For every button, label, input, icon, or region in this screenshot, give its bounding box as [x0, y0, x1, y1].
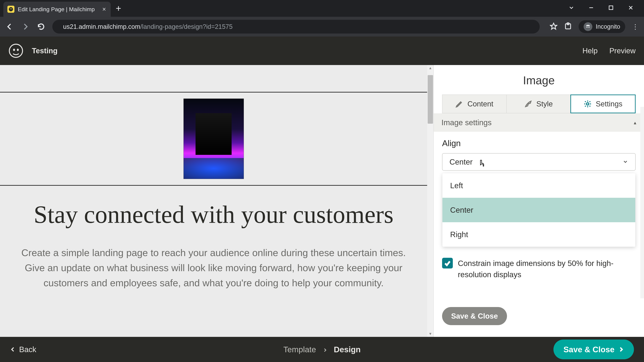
pencil-icon [455, 100, 464, 108]
collapse-caret-icon: ▴ [634, 120, 636, 125]
wizard-steps: Template Design [284, 345, 361, 354]
svg-point-1 [10, 8, 11, 9]
tab-content[interactable]: Content [442, 94, 507, 113]
svg-point-2 [11, 8, 12, 9]
incognito-icon [584, 22, 592, 31]
hero-description[interactable]: Create a simple landing page to reach yo… [0, 230, 427, 291]
svg-rect-4 [609, 6, 613, 9]
page-name: Testing [32, 46, 58, 55]
panel-tabs: Content Style Settings [434, 94, 644, 113]
image-thumbnail [184, 98, 244, 179]
svg-point-0 [9, 7, 13, 11]
retina-checkbox[interactable] [442, 258, 453, 269]
cursor-pointer-icon [478, 160, 485, 169]
gear-icon [584, 100, 592, 108]
tab-settings-label: Settings [596, 100, 622, 108]
back-label: Back [19, 345, 36, 354]
browser-tab-title: Edit Landing Page | Mailchimp [18, 6, 95, 12]
check-icon [444, 260, 451, 267]
properties-panel: Image Content Style Settings Image setti… [434, 65, 644, 337]
tab-style-label: Style [536, 100, 553, 108]
brush-icon [524, 100, 532, 108]
canvas-viewport[interactable]: Stay connected with your customers Creat… [0, 65, 427, 337]
incognito-label: Incognito [596, 23, 620, 30]
panel-title: Image [434, 65, 644, 94]
section-image-settings[interactable]: Image settings ▴ [434, 113, 644, 132]
url-text: us21.admin.mailchimp.com/landing-pages/d… [63, 23, 232, 30]
align-option-right[interactable]: Right [442, 222, 635, 247]
tab-settings[interactable]: Settings [570, 94, 636, 113]
save-close-label: Save & Close [564, 345, 614, 354]
chevron-down-icon [622, 157, 628, 166]
scroll-up-icon[interactable]: ▲ [427, 65, 434, 71]
step-design[interactable]: Design [334, 345, 360, 354]
extensions-icon[interactable] [564, 22, 572, 31]
svg-point-14 [586, 103, 589, 105]
tabs-dropdown-icon[interactable] [568, 4, 574, 12]
tab-style[interactable]: Style [507, 94, 570, 113]
bookmark-star-icon[interactable] [550, 22, 558, 31]
browser-toolbar: us21.admin.mailchimp.com/landing-pages/d… [0, 17, 644, 36]
hero-title[interactable]: Stay connected with your customers [0, 186, 427, 230]
browser-menu-icon[interactable]: ⋮ [632, 23, 639, 30]
section-label: Image settings [442, 118, 492, 127]
window-minimize-icon[interactable] [588, 4, 594, 12]
canvas: Stay connected with your customers Creat… [0, 65, 434, 337]
step-template[interactable]: Template [284, 345, 316, 354]
window-close-icon[interactable] [628, 4, 634, 12]
back-button[interactable]: Back [10, 345, 36, 354]
chevron-right-icon [618, 347, 624, 352]
help-link[interactable]: Help [582, 46, 598, 55]
incognito-indicator[interactable]: Incognito [578, 20, 625, 33]
align-select-value: Center [450, 157, 472, 166]
workspace: Stay connected with your customers Creat… [0, 65, 644, 337]
chevron-right-icon [323, 345, 327, 354]
mailchimp-logo-icon[interactable] [8, 43, 24, 58]
align-dropdown: Left Center Right [442, 173, 635, 247]
retina-checkbox-label: Constrain image dimensions by 50% for hi… [458, 258, 634, 280]
panel-save-close-button[interactable]: Save & Close [442, 307, 507, 325]
app-header: Testing Help Preview [0, 36, 644, 65]
browser-titlebar: Edit Landing Page | Mailchimp × + [0, 0, 644, 17]
reload-icon[interactable] [36, 22, 46, 31]
tab-close-icon[interactable]: × [102, 6, 106, 12]
align-field: Align Center Left Center Right [434, 132, 644, 171]
panel-footer: Save & Close [434, 297, 644, 337]
chevron-left-icon [10, 347, 16, 352]
align-option-left[interactable]: Left [442, 173, 635, 198]
forward-icon[interactable] [21, 22, 30, 31]
canvas-scrollbar[interactable]: ▲ ▼ [427, 65, 434, 337]
align-select[interactable]: Center Left Center Right [442, 153, 636, 171]
app-footer: Back Template Design Save & Close [0, 337, 644, 362]
svg-point-11 [10, 44, 23, 57]
svg-point-13 [17, 49, 19, 51]
mailchimp-favicon-icon [8, 6, 14, 13]
scrollbar-thumb[interactable] [428, 75, 433, 124]
window-controls [568, 0, 644, 17]
back-icon[interactable] [5, 22, 14, 31]
scroll-down-icon[interactable]: ▼ [427, 331, 434, 337]
save-close-button[interactable]: Save & Close [554, 340, 634, 359]
new-tab-button[interactable]: + [116, 3, 121, 14]
image-block[interactable] [0, 92, 427, 185]
svg-marker-8 [550, 23, 557, 29]
panel-scrollbar[interactable] [640, 107, 644, 298]
preview-link[interactable]: Preview [610, 46, 636, 55]
browser-tab[interactable]: Edit Landing Page | Mailchimp × [3, 2, 111, 17]
app-root: Testing Help Preview Stay connected with… [0, 36, 644, 362]
align-label: Align [442, 138, 636, 148]
address-bar[interactable]: us21.admin.mailchimp.com/landing-pages/d… [52, 20, 540, 33]
tab-content-label: Content [468, 100, 493, 108]
svg-point-12 [13, 49, 15, 51]
align-option-center[interactable]: Center [442, 198, 635, 222]
window-maximize-icon[interactable] [608, 4, 614, 12]
